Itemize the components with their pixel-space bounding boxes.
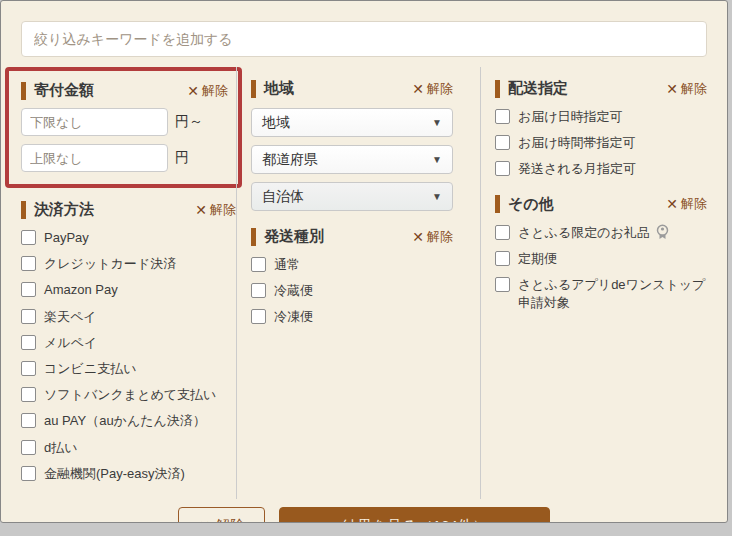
checkbox-rakuten-pay[interactable]: 楽天ペイ [21,308,236,326]
keyword-search-input[interactable] [21,21,707,57]
checkbox-convenience-store[interactable]: コンビニ支払い [21,360,236,378]
checkbox-box[interactable] [251,257,266,272]
checkbox-label: 定期便 [518,250,557,268]
checkbox-label: 冷蔵便 [274,282,313,300]
checkbox-label: 発送される月指定可 [518,160,636,178]
column-middle: 地域 ✕ 解除 地域 ▼ 都道府県 ▼ 自治体 ▼ [236,67,480,499]
section-title-donation: 寄付金額 [34,81,94,100]
checkbox-label: さとふる限定のお礼品 [518,225,650,240]
show-results-button[interactable]: 結果を見る（164件） [279,507,550,523]
select-value: 自治体 [262,188,304,206]
checkbox-delivery-date[interactable]: お届け日時指定可 [495,108,707,126]
section-accent-bar [495,195,500,213]
checkbox-box[interactable] [495,277,510,292]
amount-min-row: 円～ [21,108,228,136]
checkbox-au-pay[interactable]: au PAY（auかんたん決済） [21,412,236,430]
checkbox-d-barai[interactable]: d払い [21,439,236,457]
clear-all-label: 解除 [216,517,244,523]
checkbox-box[interactable] [495,161,510,176]
checkbox-label: さとふるアプリdeワンストップ申請対象 [518,276,707,312]
checkbox-box[interactable] [21,413,36,428]
checkbox-box[interactable] [21,335,36,350]
checkbox-regular-delivery[interactable]: 定期便 [495,250,707,268]
checkbox-box[interactable] [21,230,36,245]
checkbox-delivery-time[interactable]: お届け時間帯指定可 [495,134,707,152]
clear-link-label: 解除 [427,228,453,246]
section-shipping-type: 発送種別 ✕ 解除 通常 冷蔵便 冷凍便 [251,227,453,327]
section-accent-bar [251,80,256,98]
section-payment-method: 決済方法 ✕ 解除 PayPay クレジットカード決済 Amazon Pa [21,200,236,483]
checkbox-box[interactable] [495,109,510,124]
filter-panel: 寄付金額 ✕ 解除 円～ 円 決済方法 [0,0,728,523]
clear-all-button[interactable]: ✕ 解除 [178,507,266,523]
checkbox-refrigerated[interactable]: 冷蔵便 [251,282,453,300]
checkbox-box[interactable] [495,135,510,150]
checkbox-label: 通常 [274,256,300,274]
checkbox-label: 冷凍便 [274,308,313,326]
select-value: 都道府県 [262,151,318,169]
section-title-payment: 決済方法 [34,200,94,219]
clear-link-label: 解除 [202,82,228,100]
section-title-shipping-type: 発送種別 [264,227,324,246]
checkbox-amazon-pay[interactable]: Amazon Pay [21,281,236,299]
checkbox-merpay[interactable]: メルペイ [21,334,236,352]
checkbox-credit-card[interactable]: クレジットカード決済 [21,255,236,273]
checkbox-label: 楽天ペイ [44,308,97,326]
clear-link-label: 解除 [210,201,236,219]
checkbox-box[interactable] [21,466,36,481]
filter-columns: 寄付金額 ✕ 解除 円～ 円 決済方法 [21,67,707,499]
section-title-delivery: 配送指定 [508,79,568,98]
checkbox-box[interactable] [21,282,36,297]
medal-icon [655,224,670,240]
checkbox-label: お届け日時指定可 [518,108,623,126]
checkbox-label: ソフトバンクまとめて支払い [44,386,216,404]
checkbox-onestop-app[interactable]: さとふるアプリdeワンストップ申請対象 [495,276,707,312]
checkbox-box[interactable] [21,361,36,376]
caret-down-icon: ▼ [432,154,442,165]
checkbox-box[interactable] [495,251,510,266]
clear-delivery-link[interactable]: ✕ 解除 [666,80,707,98]
checkbox-paypay[interactable]: PayPay [21,229,236,247]
clear-shipping-type-link[interactable]: ✕ 解除 [412,228,453,246]
section-accent-bar [21,201,26,219]
checkbox-pay-easy[interactable]: 金融機関(Pay-easy決済) [21,465,236,483]
checkbox-box[interactable] [21,256,36,271]
checkbox-satofull-exclusive[interactable]: さとふる限定のお礼品 [495,224,707,242]
section-donation-amount: 寄付金額 ✕ 解除 円～ 円 [5,67,242,188]
clear-link-label: 解除 [681,195,707,213]
checkbox-label: お届け時間帯指定可 [518,134,636,152]
column-right: 配送指定 ✕ 解除 お届け日時指定可 お届け時間帯指定可 発送される月指定 [480,67,707,499]
checkbox-box[interactable] [495,225,510,240]
close-icon: ✕ [666,82,678,96]
checkbox-box[interactable] [21,440,36,455]
select-value: 地域 [262,114,290,132]
section-accent-bar [495,80,500,98]
checkbox-frozen[interactable]: 冷凍便 [251,308,453,326]
column-left: 寄付金額 ✕ 解除 円～ 円 決済方法 [21,67,236,499]
clear-payment-link[interactable]: ✕ 解除 [195,201,236,219]
clear-other-link[interactable]: ✕ 解除 [666,195,707,213]
checkbox-box[interactable] [21,309,36,324]
checkbox-shipping-month[interactable]: 発送される月指定可 [495,160,707,178]
amount-max-input[interactable] [21,144,168,172]
close-icon: ✕ [187,84,199,98]
clear-donation-link[interactable]: ✕ 解除 [187,82,228,100]
close-icon: ✕ [195,203,207,217]
section-title-other: その他 [508,195,554,214]
checkbox-label: d払い [44,439,78,457]
footer-actions: ✕ 解除 結果を見る（164件） [21,507,707,523]
checkbox-label: PayPay [44,229,89,247]
region-select[interactable]: 地域 ▼ [251,108,453,137]
checkbox-box[interactable] [251,283,266,298]
amount-min-input[interactable] [21,108,168,136]
checkbox-label: Amazon Pay [44,281,118,299]
prefecture-select[interactable]: 都道府県 ▼ [251,145,453,174]
checkbox-normal-shipping[interactable]: 通常 [251,256,453,274]
checkbox-softbank[interactable]: ソフトバンクまとめて支払い [21,386,236,404]
checkbox-label: au PAY（auかんたん決済） [44,412,206,430]
clear-region-link[interactable]: ✕ 解除 [412,80,453,98]
checkbox-box[interactable] [21,387,36,402]
close-icon: ✕ [666,197,678,211]
section-region: 地域 ✕ 解除 地域 ▼ 都道府県 ▼ 自治体 ▼ [251,79,453,211]
checkbox-box[interactable] [251,309,266,324]
